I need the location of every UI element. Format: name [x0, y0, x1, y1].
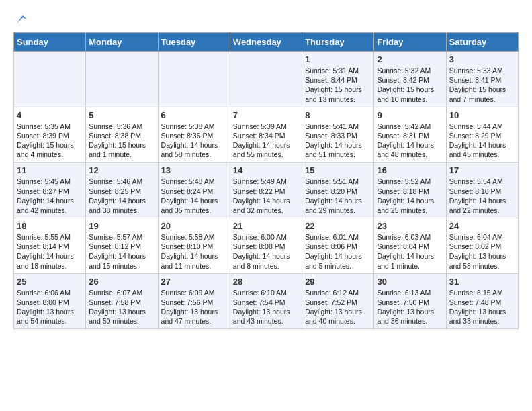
day-info: Sunrise: 5:42 AM Sunset: 8:31 PM Dayligh…	[377, 122, 443, 160]
calendar-cell: 19Sunrise: 5:57 AM Sunset: 8:12 PM Dayli…	[86, 218, 158, 274]
day-info: Sunrise: 5:32 AM Sunset: 8:42 PM Dayligh…	[377, 66, 443, 104]
calendar-cell: 10Sunrise: 5:44 AM Sunset: 8:29 PM Dayli…	[446, 107, 518, 163]
day-number: 29	[305, 277, 371, 287]
calendar-cell: 16Sunrise: 5:52 AM Sunset: 8:18 PM Dayli…	[374, 163, 446, 218]
day-number: 19	[89, 221, 154, 231]
day-info: Sunrise: 5:58 AM Sunset: 8:10 PM Dayligh…	[161, 232, 227, 271]
week-row-3: 11Sunrise: 5:45 AM Sunset: 8:27 PM Dayli…	[14, 163, 519, 218]
day-info: Sunrise: 5:44 AM Sunset: 8:29 PM Dayligh…	[449, 122, 515, 160]
day-info: Sunrise: 5:54 AM Sunset: 8:16 PM Dayligh…	[449, 177, 515, 215]
logo	[13, 13, 27, 26]
calendar-cell: 24Sunrise: 6:04 AM Sunset: 8:02 PM Dayli…	[446, 218, 518, 274]
day-number: 30	[377, 277, 443, 287]
day-info: Sunrise: 6:07 AM Sunset: 7:58 PM Dayligh…	[89, 288, 154, 326]
day-number: 27	[161, 277, 227, 287]
calendar-cell: 1Sunrise: 5:31 AM Sunset: 8:44 PM Daylig…	[302, 52, 374, 107]
calendar-cell: 3Sunrise: 5:33 AM Sunset: 8:41 PM Daylig…	[446, 52, 518, 107]
logo-icon	[15, 13, 27, 26]
week-row-1: 1Sunrise: 5:31 AM Sunset: 8:44 PM Daylig…	[14, 52, 519, 107]
day-info: Sunrise: 6:09 AM Sunset: 7:56 PM Dayligh…	[161, 288, 227, 326]
calendar-cell: 30Sunrise: 6:13 AM Sunset: 7:50 PM Dayli…	[374, 273, 446, 329]
calendar-cell: 28Sunrise: 6:10 AM Sunset: 7:54 PM Dayli…	[230, 273, 302, 329]
calendar-cell: 6Sunrise: 5:38 AM Sunset: 8:36 PM Daylig…	[158, 107, 230, 163]
day-number: 26	[89, 277, 154, 287]
calendar-cell: 8Sunrise: 5:41 AM Sunset: 8:33 PM Daylig…	[302, 107, 374, 163]
calendar-cell	[86, 52, 158, 107]
calendar-cell: 4Sunrise: 5:35 AM Sunset: 8:39 PM Daylig…	[14, 107, 86, 163]
calendar-cell: 21Sunrise: 6:00 AM Sunset: 8:08 PM Dayli…	[230, 218, 302, 274]
col-header-monday: Monday	[86, 33, 158, 52]
calendar-cell: 17Sunrise: 5:54 AM Sunset: 8:16 PM Dayli…	[446, 163, 518, 218]
calendar-cell: 18Sunrise: 5:55 AM Sunset: 8:14 PM Dayli…	[14, 218, 86, 274]
col-header-sunday: Sunday	[14, 33, 86, 52]
day-number: 24	[449, 221, 515, 231]
day-info: Sunrise: 5:39 AM Sunset: 8:34 PM Dayligh…	[233, 122, 299, 160]
day-number: 14	[233, 165, 299, 175]
day-info: Sunrise: 5:46 AM Sunset: 8:25 PM Dayligh…	[89, 177, 154, 215]
day-info: Sunrise: 5:55 AM Sunset: 8:14 PM Dayligh…	[17, 232, 83, 271]
calendar-cell: 20Sunrise: 5:58 AM Sunset: 8:10 PM Dayli…	[158, 218, 230, 274]
calendar-cell: 23Sunrise: 6:03 AM Sunset: 8:04 PM Dayli…	[374, 218, 446, 274]
col-header-tuesday: Tuesday	[158, 33, 230, 52]
day-number: 23	[377, 221, 443, 231]
day-info: Sunrise: 6:01 AM Sunset: 8:06 PM Dayligh…	[305, 232, 371, 271]
col-header-wednesday: Wednesday	[230, 33, 302, 52]
calendar-cell: 31Sunrise: 6:15 AM Sunset: 7:48 PM Dayli…	[446, 273, 518, 329]
day-info: Sunrise: 5:41 AM Sunset: 8:33 PM Dayligh…	[305, 122, 371, 160]
day-number: 31	[449, 277, 515, 287]
day-info: Sunrise: 5:49 AM Sunset: 8:22 PM Dayligh…	[233, 177, 299, 215]
day-info: Sunrise: 5:52 AM Sunset: 8:18 PM Dayligh…	[377, 177, 443, 215]
day-number: 21	[233, 221, 299, 231]
day-number: 16	[377, 165, 443, 175]
day-info: Sunrise: 6:10 AM Sunset: 7:54 PM Dayligh…	[233, 288, 299, 326]
day-number: 22	[305, 221, 371, 231]
day-info: Sunrise: 6:13 AM Sunset: 7:50 PM Dayligh…	[377, 288, 443, 326]
day-number: 18	[17, 221, 83, 231]
calendar-cell: 14Sunrise: 5:49 AM Sunset: 8:22 PM Dayli…	[230, 163, 302, 218]
day-info: Sunrise: 5:33 AM Sunset: 8:41 PM Dayligh…	[449, 66, 515, 104]
day-info: Sunrise: 5:51 AM Sunset: 8:20 PM Dayligh…	[305, 177, 371, 215]
day-info: Sunrise: 5:38 AM Sunset: 8:36 PM Dayligh…	[161, 122, 227, 160]
calendar-cell: 2Sunrise: 5:32 AM Sunset: 8:42 PM Daylig…	[374, 52, 446, 107]
calendar-cell: 26Sunrise: 6:07 AM Sunset: 7:58 PM Dayli…	[86, 273, 158, 329]
day-number: 3	[449, 54, 515, 64]
day-number: 9	[377, 110, 443, 120]
calendar-cell: 25Sunrise: 6:06 AM Sunset: 8:00 PM Dayli…	[14, 273, 86, 329]
day-number: 11	[17, 165, 83, 175]
col-header-saturday: Saturday	[446, 33, 518, 52]
calendar-cell	[158, 52, 230, 107]
day-info: Sunrise: 6:06 AM Sunset: 8:00 PM Dayligh…	[17, 288, 83, 326]
calendar-table: SundayMondayTuesdayWednesdayThursdayFrid…	[13, 32, 519, 329]
day-number: 20	[161, 221, 227, 231]
day-number: 28	[233, 277, 299, 287]
day-info: Sunrise: 6:04 AM Sunset: 8:02 PM Dayligh…	[449, 232, 515, 271]
day-number: 6	[161, 110, 227, 120]
calendar-cell: 22Sunrise: 6:01 AM Sunset: 8:06 PM Dayli…	[302, 218, 374, 274]
day-number: 10	[449, 110, 515, 120]
day-info: Sunrise: 6:00 AM Sunset: 8:08 PM Dayligh…	[233, 232, 299, 271]
page-header	[13, 13, 519, 26]
calendar-cell: 9Sunrise: 5:42 AM Sunset: 8:31 PM Daylig…	[374, 107, 446, 163]
day-number: 1	[305, 54, 371, 64]
calendar-cell: 29Sunrise: 6:12 AM Sunset: 7:52 PM Dayli…	[302, 273, 374, 329]
day-info: Sunrise: 5:35 AM Sunset: 8:39 PM Dayligh…	[17, 122, 83, 160]
day-number: 5	[89, 110, 154, 120]
day-info: Sunrise: 5:36 AM Sunset: 8:38 PM Dayligh…	[89, 122, 154, 160]
header-row: SundayMondayTuesdayWednesdayThursdayFrid…	[14, 33, 519, 52]
week-row-5: 25Sunrise: 6:06 AM Sunset: 8:00 PM Dayli…	[14, 273, 519, 329]
calendar-cell: 15Sunrise: 5:51 AM Sunset: 8:20 PM Dayli…	[302, 163, 374, 218]
day-info: Sunrise: 5:57 AM Sunset: 8:12 PM Dayligh…	[89, 232, 154, 271]
day-info: Sunrise: 5:45 AM Sunset: 8:27 PM Dayligh…	[17, 177, 83, 215]
day-number: 8	[305, 110, 371, 120]
day-number: 4	[17, 110, 83, 120]
calendar-cell	[230, 52, 302, 107]
calendar-cell: 7Sunrise: 5:39 AM Sunset: 8:34 PM Daylig…	[230, 107, 302, 163]
calendar-cell: 12Sunrise: 5:46 AM Sunset: 8:25 PM Dayli…	[86, 163, 158, 218]
col-header-thursday: Thursday	[302, 33, 374, 52]
day-number: 12	[89, 165, 154, 175]
day-number: 25	[17, 277, 83, 287]
week-row-4: 18Sunrise: 5:55 AM Sunset: 8:14 PM Dayli…	[14, 218, 519, 274]
svg-marker-0	[17, 15, 27, 24]
calendar-cell: 11Sunrise: 5:45 AM Sunset: 8:27 PM Dayli…	[14, 163, 86, 218]
day-info: Sunrise: 5:31 AM Sunset: 8:44 PM Dayligh…	[305, 66, 371, 104]
